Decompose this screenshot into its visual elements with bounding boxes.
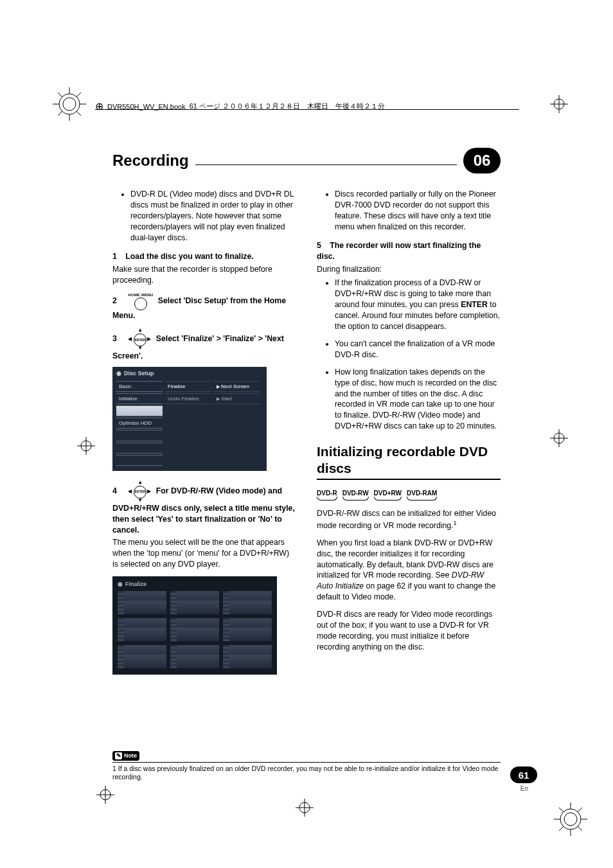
reg-cross-bottom: [296, 799, 314, 817]
menu-item[interactable]: Finalize: [165, 381, 211, 392]
footnote-area: ✎ Note 1 If a disc was previously finali…: [112, 748, 501, 782]
footnote-ref: 1: [454, 520, 457, 526]
home-menu-button-icon: HOME MENU: [128, 292, 153, 310]
header-rule: [95, 109, 519, 110]
step-title: Load the disc you want to finalize.: [125, 252, 254, 261]
step-title: The recorder will now start finalizing t…: [317, 241, 481, 261]
step-number: 4: [112, 486, 117, 495]
disc-icon: ◉: [116, 369, 121, 377]
chapter-title: Recording: [112, 152, 189, 170]
svg-line-7: [76, 111, 81, 116]
step-4: 4 ▲▼ ◀▶ ENTER For DVD-R/-RW (Video mode)…: [112, 480, 296, 536]
reg-corner-br: [551, 800, 590, 838]
svg-line-17: [578, 826, 582, 831]
step-1: 1 Load the disc you want to finalize.: [112, 251, 296, 262]
note-label: Note: [124, 752, 137, 759]
menu-item[interactable]: Optimize HDD: [116, 418, 163, 429]
init-p2: When you first load a blank DVD-RW or DV…: [317, 538, 501, 603]
right-column: Discs recorded partially or fully on the…: [317, 189, 501, 684]
reg-cross-left: [77, 437, 95, 455]
pencil-icon: ✎: [115, 752, 122, 759]
reg-cross-tr: [550, 95, 568, 113]
svg-line-6: [58, 93, 62, 97]
init-heading: Initializing recordable DVD discs: [317, 443, 501, 475]
disc-setup-panel-3: Next Screen Start: [214, 381, 260, 465]
disc-setup-panel-1: Basic Initialize Finalize Optimize HDD: [116, 381, 163, 465]
left-column: DVD-R DL (Video mode) discs and DVD+R DL…: [112, 189, 296, 684]
bullet-item: How long finalization takes depends on t…: [335, 367, 501, 432]
step-3: 3 ▲▼ ◀▶ ENTER Select 'Finalize' > 'Final…: [112, 328, 296, 362]
disc-setup-panel-2: Finalize Undo Finalize: [165, 381, 211, 465]
title-menu-style-thumb[interactable]: [223, 591, 272, 614]
bullet-item: You can't cancel the finalization of a V…: [335, 339, 501, 360]
menu-item-empty: [116, 443, 163, 454]
step-1-body: Make sure that the recorder is stopped b…: [112, 264, 296, 286]
step-number: 5: [317, 241, 321, 250]
format-badge: DVD-RW: [342, 489, 369, 500]
page-lang: En: [520, 785, 528, 792]
title-menu-style-thumb[interactable]: [170, 591, 219, 614]
running-header: ⊕ DVR550H_WV_EN.book 61 ページ ２００６年１２月２８日 …: [95, 100, 385, 112]
page-number: 61: [510, 766, 537, 783]
title-menu-style-thumb[interactable]: [223, 618, 272, 641]
step-number: 3: [112, 334, 117, 343]
svg-line-8: [76, 93, 81, 97]
svg-line-9: [58, 111, 62, 116]
title-menu-style-thumb[interactable]: [223, 645, 272, 668]
dpad-enter-icon: ▲▼ ◀▶ ENTER: [128, 480, 151, 503]
disc-setup-title: Disc Setup: [124, 369, 154, 377]
menu-item[interactable]: Start: [214, 393, 260, 404]
top-bullet-list-right: Discs recorded partially or fully on the…: [317, 189, 501, 233]
menu-item-empty: [116, 430, 163, 441]
enter-keyword: ENTER: [461, 300, 488, 309]
content: Recording 06 DVD-R DL (Video mode) discs…: [112, 148, 501, 684]
svg-line-19: [559, 826, 564, 831]
finalize-screenshot: ◉ Finalize: [112, 576, 277, 674]
title-menu-style-thumb[interactable]: [170, 645, 219, 668]
step-number: 1: [112, 252, 117, 261]
section-rule: [317, 479, 501, 480]
step-4-body: The menu you select will be the one that…: [112, 537, 296, 570]
title-menu-style-thumb[interactable]: [118, 591, 166, 614]
columns: DVD-R DL (Video mode) discs and DVD+R DL…: [112, 189, 501, 684]
menu-item-selected[interactable]: Finalize: [116, 405, 163, 416]
title-menu-style-thumb[interactable]: [118, 645, 166, 668]
reg-cross-right: [550, 429, 568, 447]
svg-point-0: [63, 98, 76, 111]
bullet-item: If the finalization process of a DVD-RW …: [335, 278, 501, 332]
phi-icon: ⊕: [95, 100, 103, 112]
menu-item[interactable]: Next Screen: [214, 381, 260, 392]
format-badge: DVD+RW: [374, 489, 402, 500]
svg-line-18: [578, 808, 582, 812]
disc-icon: ◉: [118, 580, 123, 588]
menu-item[interactable]: Basic: [116, 381, 163, 392]
note-text: 1 If a disc was previously finalized on …: [112, 765, 501, 782]
step-5-body: During finalization:: [317, 264, 501, 275]
reg-corner-tl: [50, 85, 89, 123]
menu-item[interactable]: Initialize: [116, 393, 163, 404]
bullet-item: DVD-R DL (Video mode) discs and DVD+R DL…: [130, 189, 296, 244]
chapter-number: 06: [463, 148, 501, 173]
finalize-title: Finalize: [125, 580, 147, 588]
disc-setup-screenshot: ◉ Disc Setup Basic Initialize Finalize O…: [112, 367, 267, 471]
bullet-item: Discs recorded partially or fully on the…: [335, 189, 501, 233]
step-number: 2: [112, 296, 117, 305]
dpad-enter-icon: ▲▼ ◀▶ ENTER: [128, 328, 151, 351]
svg-point-10: [564, 813, 577, 826]
page: ⊕ DVR550H_WV_EN.book 61 ページ ２００６年１２月２８日 …: [0, 0, 613, 868]
reg-cross-bl: [96, 786, 114, 804]
step-5: 5 The recorder will now start finalizing…: [317, 240, 501, 262]
icon-label: HOME MENU: [128, 292, 153, 297]
top-bullet-list-left: DVD-R DL (Video mode) discs and DVD+R DL…: [112, 189, 296, 244]
title-menu-style-thumb[interactable]: [118, 618, 166, 641]
finalization-bullets: If the finalization process of a DVD-RW …: [317, 278, 501, 432]
svg-line-16: [559, 808, 564, 812]
title-menu-style-thumb[interactable]: [170, 618, 219, 641]
chapter-rule: [195, 164, 457, 165]
menu-item-empty: [116, 455, 163, 466]
note-rule: [112, 762, 501, 763]
format-badges: DVD-R DVD-RW DVD+RW DVD-RAM: [317, 489, 501, 500]
format-badge: DVD-RAM: [407, 489, 437, 500]
menu-item[interactable]: Undo Finalize: [165, 393, 211, 404]
format-badge: DVD-R: [317, 489, 337, 500]
